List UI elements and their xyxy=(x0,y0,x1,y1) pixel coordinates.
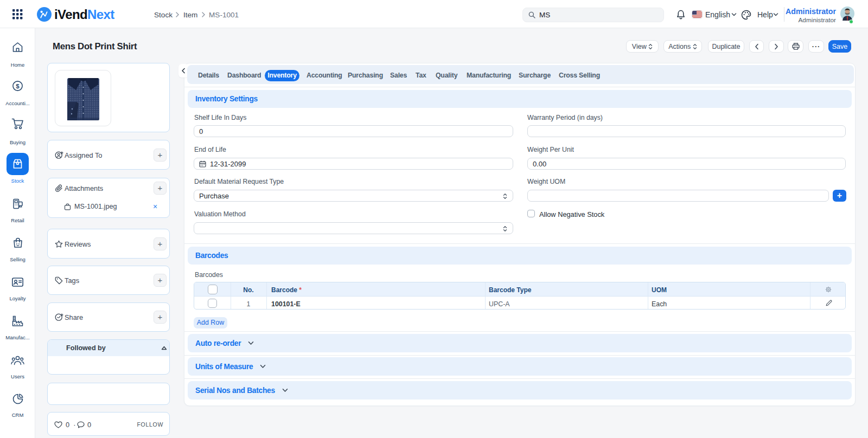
svg-text:$: $ xyxy=(16,83,20,89)
